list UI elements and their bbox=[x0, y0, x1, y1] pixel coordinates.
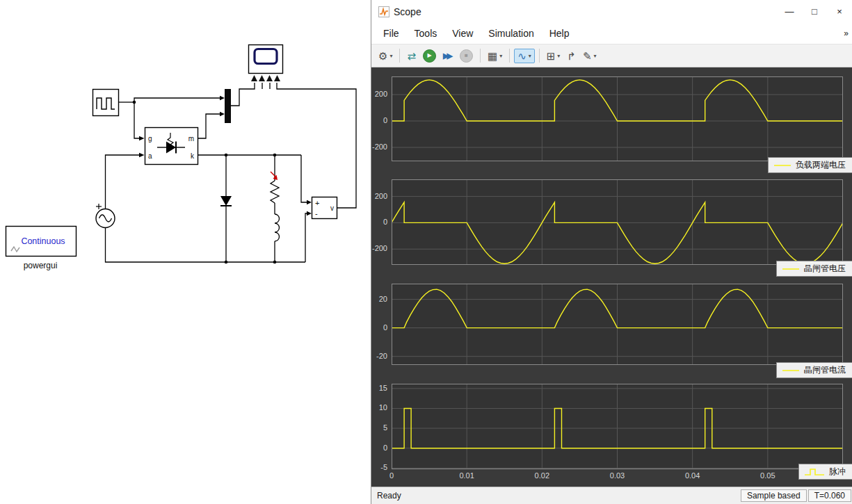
scope-toolbar: ⚙ ▾ ⇄ ▶ ▶▶ ■ ▦ ▾ ∿ ▾ ⊞ ▾ ↱ bbox=[371, 44, 852, 67]
layouts-icon[interactable]: ▦ ▾ bbox=[485, 49, 505, 63]
menu-file[interactable]: File bbox=[376, 25, 407, 42]
x-tick-label: 0.05 bbox=[760, 471, 775, 480]
menu-view[interactable]: View bbox=[444, 25, 481, 42]
mux-block[interactable] bbox=[225, 89, 231, 123]
vm-minus-label: - bbox=[315, 209, 318, 218]
highlight-simulink-block-icon[interactable]: ⇄ bbox=[404, 49, 419, 63]
x-tick-label: 0 bbox=[389, 471, 394, 480]
plot-canvas[interactable] bbox=[392, 76, 843, 161]
scope-figure-area: 2000-200 2000-200 200-20 151050-5 00.010… bbox=[371, 67, 852, 487]
y-tick-label: 0 bbox=[362, 444, 387, 452]
legend-text: 负载两端电压 bbox=[796, 159, 846, 171]
bring-forward-icon[interactable]: ↱ bbox=[564, 49, 579, 63]
menu-tools[interactable]: Tools bbox=[407, 25, 445, 42]
x-tick-label: 0.03 bbox=[610, 471, 625, 480]
scope-plot-thyristor-voltage[interactable]: 2000-200 bbox=[392, 179, 843, 265]
status-sample-mode: Sample based bbox=[741, 489, 807, 502]
port-label-g: g bbox=[148, 135, 152, 143]
y-tick-label: -20 bbox=[362, 352, 387, 360]
chevron-down-icon: ▾ bbox=[389, 53, 392, 59]
plot-canvas[interactable] bbox=[392, 284, 843, 365]
model-diagram: g m a k + - v bbox=[0, 0, 371, 504]
legend-line-sample bbox=[782, 266, 800, 273]
close-button[interactable]: × bbox=[827, 0, 852, 23]
status-ready-text: Ready bbox=[377, 491, 739, 501]
vm-output-label: v bbox=[330, 204, 334, 212]
minimize-button[interactable]: — bbox=[777, 0, 802, 23]
x-axis-labels: 00.010.020.030.040.05 bbox=[392, 471, 843, 481]
chevron-down-icon: ▾ bbox=[557, 53, 560, 59]
y-tick-label: -200 bbox=[362, 143, 387, 151]
powergui-label: powergui bbox=[24, 261, 58, 270]
menu-simulation[interactable]: Simulation bbox=[481, 25, 541, 42]
scope-menubar: File Tools View Simulation Help » bbox=[371, 23, 852, 44]
toolbar-separator bbox=[480, 49, 481, 63]
legend-pulse[interactable]: 脉冲 bbox=[798, 464, 852, 480]
scope-app-icon bbox=[378, 6, 389, 17]
y-tick-label: 15 bbox=[362, 384, 387, 392]
step-forward-button[interactable]: ▶▶ bbox=[440, 50, 456, 62]
measurements-icon[interactable]: ✎ ▾ bbox=[580, 49, 600, 63]
legend-text: 晶闸管电流 bbox=[804, 364, 846, 376]
simulink-model-canvas[interactable]: g m a k + - v bbox=[0, 0, 371, 504]
scope-plot-thyristor-current[interactable]: 200-20 bbox=[392, 284, 843, 365]
zoom-pan-icon[interactable]: ⊞ ▾ bbox=[544, 49, 563, 63]
layout-grid-icon: ▦ bbox=[488, 51, 497, 61]
plot-canvas[interactable] bbox=[392, 384, 843, 469]
y-tick-label: 10 bbox=[362, 403, 387, 412]
stop-button[interactable]: ■ bbox=[457, 48, 476, 64]
x-tick-label: 0.04 bbox=[685, 471, 700, 480]
scope-plot-load-voltage[interactable]: 2000-200 bbox=[392, 76, 843, 161]
chevron-down-icon: ▾ bbox=[499, 53, 502, 59]
legend-load-voltage[interactable]: 负载两端电压 bbox=[768, 157, 852, 173]
maximize-button[interactable]: □ bbox=[802, 0, 827, 23]
stop-icon: ■ bbox=[460, 49, 473, 63]
run-button[interactable]: ▶ bbox=[420, 48, 439, 64]
legend-thyristor-voltage[interactable]: 晶闸管电压 bbox=[776, 261, 852, 277]
scope-window: Scope — □ × File Tools View Simulation H… bbox=[371, 0, 852, 504]
y-tick-label: 0 bbox=[362, 218, 387, 226]
toolbar-separator bbox=[509, 49, 510, 63]
y-tick-label: 200 bbox=[362, 90, 387, 98]
y-tick-label: 5 bbox=[362, 423, 387, 432]
status-sim-time: T=0.060 bbox=[808, 489, 851, 502]
y-tick-label: -5 bbox=[362, 463, 387, 471]
legend-line-sample bbox=[782, 367, 800, 374]
y-tick-label: -200 bbox=[362, 244, 387, 252]
port-label-a: a bbox=[148, 152, 152, 160]
y-tick-label: 0 bbox=[362, 323, 387, 332]
scope-titlebar[interactable]: Scope — □ × bbox=[371, 0, 852, 23]
plot-canvas[interactable] bbox=[392, 179, 843, 265]
port-label-m: m bbox=[188, 135, 194, 143]
y-tick-label: 20 bbox=[362, 295, 387, 303]
y-tick-label: 0 bbox=[362, 116, 387, 124]
menubar-overflow-icon[interactable]: » bbox=[844, 29, 852, 38]
powergui-mode-text: Continuous bbox=[21, 236, 65, 246]
trigger-wave-icon: ∿ bbox=[517, 51, 527, 61]
voltage-measurement-block[interactable]: + - v bbox=[312, 197, 337, 219]
play-icon: ▶ bbox=[423, 49, 436, 63]
chevron-down-icon: ▾ bbox=[529, 53, 531, 59]
arrow-up-icon: ↱ bbox=[567, 51, 576, 61]
scope-plot-pulse[interactable]: 151050-5 bbox=[392, 384, 843, 469]
y-tick-label: 200 bbox=[362, 192, 387, 200]
highlight-glyph: ⇄ bbox=[407, 51, 416, 61]
scope-block[interactable] bbox=[249, 45, 283, 82]
menu-help[interactable]: Help bbox=[542, 25, 577, 42]
settings-gear-icon[interactable]: ⚙ ▾ bbox=[376, 49, 395, 63]
legend-text: 脉冲 bbox=[829, 466, 846, 478]
legend-pulse-sample bbox=[804, 467, 825, 477]
scope-statusbar: Ready Sample based T=0.060 bbox=[371, 487, 852, 504]
diode-block[interactable] bbox=[220, 196, 232, 206]
legend-text: 晶闸管电压 bbox=[804, 263, 846, 275]
x-tick-label: 0.01 bbox=[459, 471, 474, 480]
x-tick-label: 0.02 bbox=[535, 471, 549, 480]
thyristor-block[interactable]: g m a k bbox=[145, 128, 198, 165]
toolbar-separator bbox=[399, 49, 400, 63]
vm-plus-label: + bbox=[315, 199, 319, 207]
pan-icon: ⊞ bbox=[547, 51, 556, 61]
legend-thyristor-current[interactable]: 晶闸管电流 bbox=[776, 362, 852, 378]
trigger-icon[interactable]: ∿ ▾ bbox=[514, 49, 535, 63]
pulse-generator-block[interactable] bbox=[93, 90, 119, 116]
powergui-block[interactable]: Continuous powergui bbox=[6, 227, 77, 271]
